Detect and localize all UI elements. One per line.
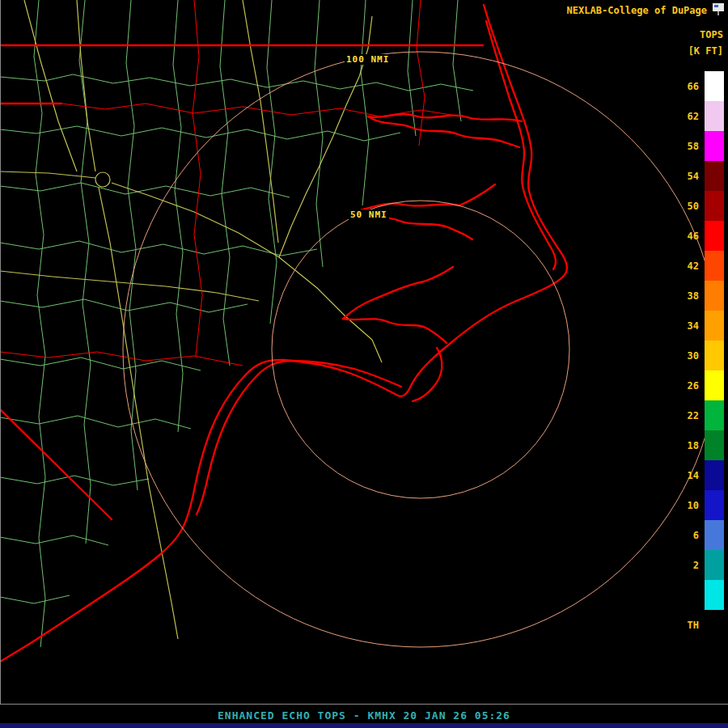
legend-band-row: 18 [673,430,724,460]
legend-band-swatch [705,580,724,610]
legend-band-row: 66 [673,71,724,101]
range-rings [123,52,718,647]
legend-band-label: 2 [673,560,699,571]
legend-band-row: 10 [673,490,724,520]
legend-band-swatch [705,520,724,550]
legend-band-swatch [705,311,724,341]
nc-sc-border [0,409,112,519]
legend-band-row: 54 [673,161,724,191]
range-ring-100nmi [123,52,718,647]
legend-title: TOPS [700,29,723,40]
legend-band-row: 58 [673,131,724,161]
legend-band-swatch [705,191,724,221]
county-boundaries [0,0,473,647]
neuse-river-south [343,319,447,343]
legend-band-swatch [705,550,724,580]
legend-band-swatch [705,460,724,490]
legend-band-label: 6 [673,530,699,541]
legend-band-row: 6 [673,520,724,550]
legend-band-row: 50 [673,191,724,221]
legend-band-row [673,580,724,610]
legend-band-label: 18 [673,440,699,451]
legend-band-label: 66 [673,81,699,92]
legend-band-swatch [705,251,724,281]
legend-units: [K FT] [688,45,723,57]
legend-band-label: 58 [673,141,699,152]
footer-caption: ENHANCED ECHO TOPS - KMHX 20 JAN 26 05:2… [0,709,728,722]
legend-band-row: 14 [673,460,724,490]
legend-band-swatch [705,161,724,191]
neuse-river-north [343,267,453,319]
legend-band-label: 54 [673,171,699,182]
legend-band-swatch [705,400,724,430]
legend-band-label: 50 [673,201,699,212]
legend-band-row: 62 [673,101,724,131]
red-boundaries [0,0,461,366]
legend-band-swatch [705,281,724,311]
bogue-sound-inner [197,361,401,514]
legend-band-row: TH [673,610,724,640]
outer-banks-inner [486,21,556,269]
range-ring-label-50: 50 NMI [349,210,389,220]
albemarle-south [368,116,519,147]
legend-band-swatch [705,221,724,251]
legend-band-label: 34 [673,320,699,332]
legend-band-row: 38 [673,281,724,311]
legend-band-label: 30 [673,350,699,362]
legend-band-row: 22 [673,400,724,430]
range-ring-50nmi [272,201,569,498]
legend-band-row: 26 [673,370,724,400]
legend-band-row: 46 [673,221,724,251]
legend-band-label: 38 [673,290,699,302]
legend-band-swatch [705,610,724,640]
legend-band-label: 62 [673,111,699,122]
header-title: NEXLAB-College of DuPage [567,5,707,16]
legend-band-swatch [705,71,724,101]
legend-band-swatch [705,430,724,460]
legend-band-swatch [705,101,724,131]
legend-band-row: 2 [673,550,724,580]
legend-band-label: 22 [673,410,699,421]
legend-band-label: 42 [673,260,699,272]
cod-logo-icon [713,3,724,15]
radar-map [0,0,728,728]
range-ring-label-100: 100 NMI [345,54,391,65]
footer-accent-bar [0,723,728,728]
legend-band-label: 26 [673,380,699,392]
legend-band-row: 34 [673,311,724,341]
legend-band-label: 10 [673,500,699,511]
legend-band-row: 30 [673,341,724,370]
frame-bottom-line [0,704,728,705]
roads [0,0,382,639]
legend-band-label: TH [673,620,699,631]
legend-bands: 66625854504642383430262218141062TH [673,71,724,640]
albemarle-north [368,114,522,121]
legend-band-swatch [705,370,724,400]
frame-left-line [0,0,1,705]
legend-band-label: 14 [673,470,699,481]
legend-band-row: 42 [673,251,724,281]
legend-band-swatch [705,131,724,161]
legend-band-label: 46 [673,231,699,242]
legend-band-swatch [705,341,724,370]
legend-band-swatch [705,490,724,520]
